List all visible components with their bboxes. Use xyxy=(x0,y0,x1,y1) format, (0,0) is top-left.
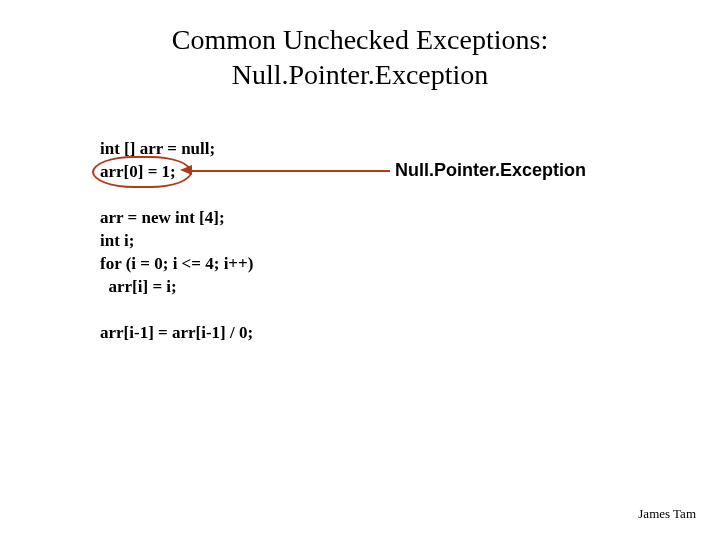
code-gap xyxy=(100,299,253,322)
author-footer: James Tam xyxy=(638,506,696,522)
arrow-line xyxy=(190,170,390,172)
code-line: int [] arr = null; xyxy=(100,138,253,161)
code-line: for (i = 0; i <= 4; i++) xyxy=(100,253,253,276)
title-line-1: Common Unchecked Exceptions: xyxy=(172,24,548,55)
code-line: arr[0] = 1; xyxy=(100,161,253,184)
code-block: int [] arr = null; arr[0] = 1; arr = new… xyxy=(100,138,253,344)
code-line: int i; xyxy=(100,230,253,253)
code-line: arr[i-1] = arr[i-1] / 0; xyxy=(100,322,253,345)
code-line: arr = new int [4]; xyxy=(100,207,253,230)
slide-title: Common Unchecked Exceptions: Null.Pointe… xyxy=(0,22,720,92)
slide: Common Unchecked Exceptions: Null.Pointe… xyxy=(0,0,720,540)
code-line: arr[i] = i; xyxy=(100,276,253,299)
exception-callout: Null.Pointer.Exception xyxy=(395,160,586,181)
arrow-head-icon xyxy=(180,165,192,175)
title-line-2: Null.Pointer.Exception xyxy=(232,59,489,90)
code-gap xyxy=(100,184,253,207)
